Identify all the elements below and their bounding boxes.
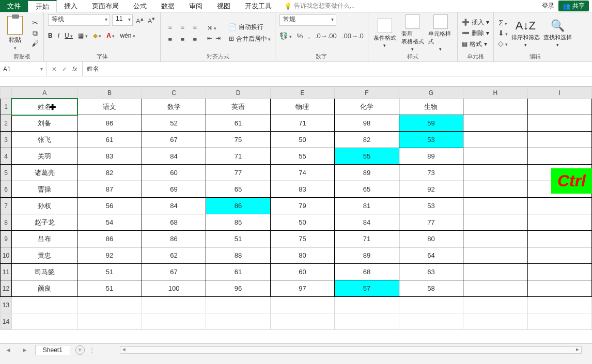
merge-center-button[interactable]: ⊞ 合并后居中 [229,35,271,43]
cell-H10[interactable] [463,247,527,264]
cell-F7[interactable]: 81 [335,198,399,214]
cell-I14[interactable] [527,313,591,330]
name-box[interactable]: A1 [0,62,46,76]
cell-F5[interactable]: 89 [335,165,399,181]
align-left-icon[interactable]: ≡ [165,34,175,44]
cell-A7[interactable]: 孙权 [11,198,77,214]
tab-formulas[interactable]: 公式 [126,0,154,12]
col-header-E[interactable]: E [270,87,334,99]
cell-I3[interactable] [527,132,591,148]
tab-view[interactable]: 视图 [210,0,238,12]
cell-B2[interactable]: 86 [77,115,142,132]
sheet-nav-prev-icon[interactable]: ◄ [0,346,17,354]
cell-H5[interactable] [463,165,527,181]
cell-G7[interactable]: 53 [399,198,463,214]
sheet-tab[interactable]: Sheet1 [35,345,70,355]
italic-button[interactable]: I [58,32,59,39]
cell-C14[interactable] [142,313,206,330]
delete-cells-button[interactable]: ➖删除 ▾ [462,29,489,38]
cell-B4[interactable]: 83 [77,148,142,165]
cancel-icon[interactable]: ✕ [52,66,57,73]
cell-E7[interactable]: 79 [270,198,334,214]
insert-cells-button[interactable]: ➕插入 ▾ [462,18,489,27]
align-top-icon[interactable]: ≡ [165,22,175,32]
cell-H1[interactable] [463,99,527,115]
cell-F3[interactable]: 82 [335,132,399,148]
number-format-select[interactable]: 常规 [279,14,336,26]
cell-D6[interactable]: 65 [206,181,270,198]
cell-G10[interactable]: 64 [399,247,463,264]
font-size-select[interactable]: 11 [112,14,133,26]
horizontal-scrollbar[interactable] [120,346,582,354]
cell-D3[interactable]: 75 [206,132,270,148]
currency-icon[interactable]: 💱 [279,32,292,40]
font-color-button[interactable]: A [106,32,115,39]
cell-F14[interactable] [335,313,399,330]
cell-C12[interactable]: 100 [142,280,206,297]
row-header-6[interactable]: 6 [1,181,12,198]
cell-I4[interactable] [527,148,591,165]
cell-A6[interactable]: 曹操 [11,181,77,198]
fill-icon[interactable]: ⬇ [498,29,508,37]
cell-G6[interactable]: 92 [399,181,463,198]
row-header-13[interactable]: 13 [1,297,12,313]
cell-F11[interactable]: 68 [335,264,399,280]
cell-C10[interactable]: 62 [142,247,206,264]
align-right-icon[interactable]: ≡ [190,34,200,44]
row-header-9[interactable]: 9 [1,231,12,247]
cell-B7[interactable]: 56 [77,198,142,214]
border-button[interactable]: ▦ [78,32,88,39]
tab-data[interactable]: 数据 [154,0,182,12]
cell-B10[interactable]: 92 [77,247,142,264]
format-painter-icon[interactable]: 🖌 [31,39,39,48]
cell-B5[interactable]: 82 [77,165,142,181]
cell-G12[interactable]: 58 [399,280,463,297]
cell-H11[interactable] [463,264,527,280]
cell-C9[interactable]: 86 [142,231,206,247]
row-header-11[interactable]: 11 [1,264,12,280]
cell-F12[interactable]: 57 [335,280,399,297]
cell-D14[interactable] [206,313,270,330]
cell-F13[interactable] [335,297,399,313]
cell-D4[interactable]: 71 [206,148,270,165]
cell-I1[interactable] [527,99,591,115]
bold-button[interactable]: B [48,32,53,39]
cell-A11[interactable]: 司马懿 [11,264,77,280]
col-header-C[interactable]: C [142,87,206,99]
cell-G3[interactable]: 53 [399,132,463,148]
tab-insert[interactable]: 插入 [57,0,85,12]
cell-I9[interactable] [527,231,591,247]
cell-F2[interactable]: 98 [335,115,399,132]
cell-E3[interactable]: 50 [270,132,334,148]
cell-E8[interactable]: 50 [270,214,334,231]
cell-E4[interactable]: 55 [270,148,334,165]
clear-icon[interactable]: ◇ [498,39,508,48]
cell-H3[interactable] [463,132,527,148]
cell-H4[interactable] [463,148,527,165]
cell-A8[interactable]: 赵子龙 [11,214,77,231]
cell-A4[interactable]: 关羽 [11,148,77,165]
cell-D7[interactable]: 86 [206,198,270,214]
cell-D12[interactable]: 96 [206,280,270,297]
select-all-corner[interactable] [1,87,12,99]
cell-E10[interactable]: 80 [270,247,334,264]
conditional-format-button[interactable]: 条件格式▾ [372,19,397,48]
align-bottom-icon[interactable]: ≡ [190,22,200,32]
row-header-10[interactable]: 10 [1,247,12,264]
cell-G4[interactable]: 89 [399,148,463,165]
formula-input[interactable]: 姓名 [83,62,592,76]
underline-button[interactable]: U [65,32,73,39]
cell-A1[interactable]: 姓名✚ [11,99,77,115]
tab-review[interactable]: 审阅 [182,0,210,12]
row-header-4[interactable]: 4 [1,148,12,165]
cell-C1[interactable]: 数学 [142,99,206,115]
cell-B13[interactable] [77,297,142,313]
cell-A5[interactable]: 诸葛亮 [11,165,77,181]
comma-icon[interactable]: , [308,32,310,40]
cell-H8[interactable] [463,214,527,231]
cell-B8[interactable]: 54 [77,214,142,231]
cell-B9[interactable]: 86 [77,231,142,247]
shrink-font-icon[interactable]: A▾ [147,15,157,25]
cell-I7[interactable] [527,198,591,214]
paste-button[interactable]: 粘贴 ▾ [4,16,26,51]
